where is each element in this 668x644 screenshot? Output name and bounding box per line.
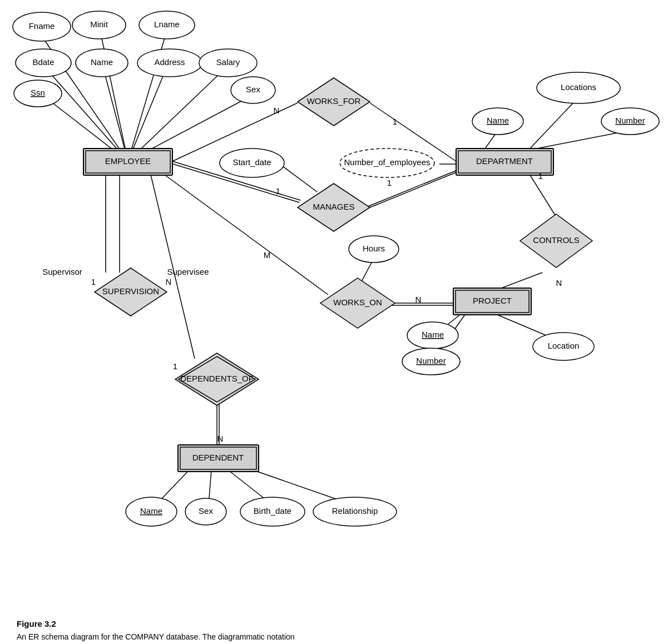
svg-text:1: 1 — [173, 361, 177, 371]
svg-text:WORKS_FOR: WORKS_FOR — [307, 96, 361, 106]
svg-text:DEPENDENT: DEPENDENT — [192, 453, 244, 462]
svg-text:Ssn: Ssn — [31, 88, 45, 97]
figure-caption: Figure 3.2 An ER schema diagram for the … — [0, 612, 668, 644]
svg-text:Number: Number — [615, 116, 645, 125]
svg-text:Sex: Sex — [199, 506, 213, 516]
svg-text:N: N — [166, 277, 172, 286]
figure-title: Figure 3.2 — [17, 619, 56, 628]
svg-text:Hours: Hours — [363, 244, 385, 253]
svg-text:N: N — [217, 434, 224, 443]
svg-text:Name: Name — [91, 57, 113, 67]
svg-text:N: N — [274, 106, 280, 115]
svg-line-15 — [367, 172, 456, 209]
svg-text:M: M — [264, 250, 271, 260]
svg-text:Name: Name — [487, 116, 509, 125]
svg-text:Lname: Lname — [154, 19, 180, 29]
svg-text:Bdate: Bdate — [32, 57, 54, 67]
svg-line-13 — [528, 131, 629, 150]
svg-text:Salary: Salary — [216, 57, 240, 67]
svg-text:CONTROLS: CONTROLS — [533, 235, 579, 245]
svg-line-5 — [128, 67, 167, 161]
svg-text:WORKS_ON: WORKS_ON — [333, 298, 382, 307]
svg-text:1: 1 — [387, 178, 392, 187]
svg-text:1: 1 — [91, 277, 96, 286]
svg-text:PROJECT: PROJECT — [473, 296, 512, 305]
svg-text:N: N — [556, 278, 562, 288]
caption-line1: An ER schema diagram for the COMPANY dat… — [17, 632, 295, 641]
svg-text:Locations: Locations — [561, 82, 596, 92]
svg-text:Sex: Sex — [246, 85, 260, 94]
svg-text:Address: Address — [154, 57, 185, 67]
svg-text:EMPLOYEE: EMPLOYEE — [105, 156, 151, 166]
svg-text:DEPARTMENT: DEPARTMENT — [476, 156, 533, 166]
svg-line-31 — [150, 172, 195, 359]
svg-text:Relationship: Relationship — [332, 506, 378, 516]
svg-line-6 — [128, 67, 227, 161]
svg-text:Start_date: Start_date — [232, 157, 271, 167]
svg-text:Location: Location — [548, 341, 580, 350]
svg-text:DEPENDENTS_OF: DEPENDENTS_OF — [180, 374, 254, 383]
svg-text:N: N — [415, 295, 422, 304]
er-diagram: .entity { fill: #d0d0d0; stroke: #000; s… — [0, 0, 668, 612]
svg-text:1: 1 — [276, 186, 280, 196]
svg-text:Supervisee: Supervisee — [167, 267, 209, 276]
svg-text:1: 1 — [538, 171, 543, 181]
svg-text:Name: Name — [140, 506, 162, 516]
svg-text:Fname: Fname — [29, 21, 55, 31]
svg-text:SUPERVISION: SUPERVISION — [102, 286, 159, 296]
svg-text:Name: Name — [422, 330, 444, 339]
svg-line-18 — [280, 164, 317, 192]
svg-text:1: 1 — [393, 117, 397, 126]
svg-text:Supervisor: Supervisor — [42, 267, 82, 276]
svg-text:Number_of_employees: Number_of_employees — [344, 157, 430, 167]
svg-text:Birth_date: Birth_date — [254, 506, 291, 516]
svg-line-20 — [161, 172, 328, 295]
svg-text:Minit: Minit — [90, 19, 108, 29]
svg-text:MANAGES: MANAGES — [313, 202, 354, 211]
svg-text:Number: Number — [416, 356, 446, 365]
